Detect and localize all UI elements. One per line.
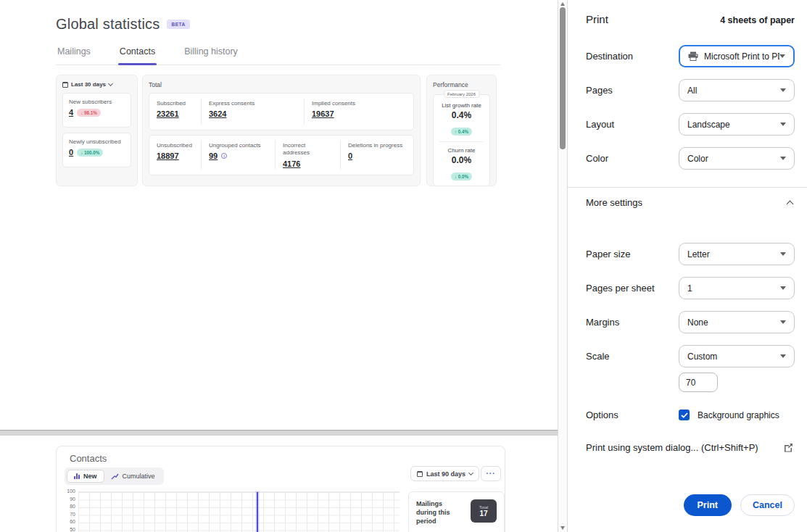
- stat-ungrouped-contacts: Ungrouped contacts 99 i: [201, 141, 275, 170]
- more-options-button[interactable]: ···: [481, 466, 501, 481]
- page-title: Global statistics: [56, 16, 160, 33]
- stat-value-link[interactable]: 0: [69, 148, 73, 157]
- stat-value-link[interactable]: 4: [69, 108, 73, 117]
- period-selector[interactable]: Last 30 days: [62, 81, 131, 88]
- sheet-count: 4 sheets of paper: [720, 15, 795, 25]
- bar-chart-icon: [74, 473, 80, 479]
- destination-label: Destination: [586, 51, 633, 62]
- print-preview-area: Global statistics BETA Mailings Contacts…: [0, 0, 558, 532]
- y-tick: 70: [57, 512, 75, 517]
- mailings-summary-card: Mailings during this period Total 17 Jan…: [408, 491, 505, 532]
- performance-panel-label: Performance: [433, 81, 490, 88]
- tab-mailings[interactable]: Mailings: [56, 46, 92, 65]
- cancel-button[interactable]: Cancel: [740, 494, 795, 516]
- list-growth-rate-value: 0.4%: [436, 110, 487, 120]
- performance-panel: Performance February 2026 List growth ra…: [426, 75, 497, 186]
- color-select[interactable]: Color: [679, 147, 795, 170]
- stat-value-link[interactable]: 0: [348, 151, 352, 160]
- info-icon[interactable]: i: [221, 153, 227, 159]
- layout-label: Layout: [586, 119, 614, 130]
- margins-select[interactable]: None: [679, 311, 795, 333]
- beta-badge: BETA: [167, 20, 189, 29]
- print-settings-panel: Print 4 sheets of paper Destination Micr…: [568, 0, 807, 532]
- pages-select[interactable]: All: [679, 79, 795, 101]
- y-tick: 100: [57, 489, 75, 494]
- pages-per-sheet-select[interactable]: 1: [679, 277, 795, 299]
- divider: [439, 141, 484, 142]
- destination-select[interactable]: Microsoft Print to PDF: [679, 45, 795, 67]
- dropdown-caret-icon: [780, 354, 786, 358]
- trend-badge: ↓ 0.0%: [451, 173, 472, 180]
- total-panel-label: Total: [149, 81, 414, 88]
- scroll-up-arrow-icon[interactable]: [560, 2, 565, 6]
- total-row-1: Subscribed 23261 Express consents 3624 I…: [149, 93, 414, 130]
- options-label: Options: [586, 410, 618, 420]
- stat-value-link[interactable]: 23261: [157, 109, 179, 118]
- stat-incorrect-addresses: Incorrect addresses 4176: [275, 141, 340, 170]
- dropdown-caret-icon: [780, 157, 786, 160]
- stat-subscribed: Subscribed 23261: [149, 99, 201, 125]
- divider: [568, 187, 807, 188]
- margins-label: Margins: [586, 317, 619, 328]
- y-tick: 90: [57, 496, 75, 502]
- total-row-2: Unsubscribed 18897 Ungrouped contacts 99…: [149, 135, 414, 175]
- total-chip: Total 17: [471, 499, 497, 523]
- stat-value-link[interactable]: 4176: [283, 159, 300, 168]
- pages-label: Pages: [586, 85, 613, 96]
- stat-value-link[interactable]: 99: [209, 151, 218, 160]
- stats-row: Last 30 days New subscribers 4 ↓ 96.1% N…: [56, 75, 497, 186]
- tab-contacts[interactable]: Contacts: [118, 46, 157, 65]
- stat-label: New subscribers: [69, 99, 125, 106]
- system-dialog-link[interactable]: Print using system dialog... (Ctrl+Shift…: [586, 442, 793, 453]
- scrollbar-thumb[interactable]: [560, 7, 566, 149]
- chevron-down-icon: [468, 470, 473, 475]
- open-in-new-icon: [784, 443, 793, 452]
- tab-billing-history[interactable]: Billing history: [183, 46, 239, 65]
- paper-size-select[interactable]: Letter: [679, 243, 795, 265]
- chart-title: Contacts: [70, 453, 107, 464]
- chart-grid: [78, 491, 400, 532]
- trend-badge: ↑ 0.4%: [451, 128, 472, 136]
- chart-cursor-line: [257, 492, 258, 532]
- chevron-down-icon: [108, 81, 113, 86]
- dropdown-caret-icon: [780, 252, 786, 256]
- stat-label: Newly unsubscribed: [69, 138, 125, 146]
- print-preview-window: Global statistics BETA Mailings Contacts…: [0, 0, 807, 532]
- y-tick: 50: [57, 527, 75, 532]
- performance-card: February 2026 List growth rate 0.4% ↑ 0.…: [433, 94, 490, 186]
- period-selector-90[interactable]: Last 90 days: [410, 466, 479, 481]
- scale-select[interactable]: Custom: [679, 345, 795, 367]
- layout-select[interactable]: Landscape: [679, 113, 795, 136]
- period-panel: Last 30 days New subscribers 4 ↓ 96.1% N…: [56, 75, 138, 186]
- trend-badge: ↓ 100.0%: [77, 149, 103, 157]
- stat-value-link[interactable]: 19637: [312, 109, 334, 118]
- toggle-cumulative[interactable]: Cumulative: [104, 470, 162, 482]
- calendar-icon: [417, 471, 423, 477]
- month-pill: February 2026: [444, 90, 479, 98]
- stat-unsubscribed: Unsubscribed 18897: [149, 141, 201, 170]
- scale-label: Scale: [586, 351, 610, 362]
- print-button[interactable]: Print: [684, 494, 732, 516]
- check-icon: [681, 412, 688, 418]
- toggle-new[interactable]: New: [67, 470, 104, 483]
- more-settings-toggle[interactable]: More settings: [586, 197, 792, 208]
- stat-deletions-in-progress: Deletions in progress 0: [340, 141, 413, 170]
- dropdown-caret-icon: [780, 320, 786, 324]
- stat-value-link[interactable]: 3624: [209, 109, 226, 118]
- stat-implied-consents: Implied consents 19637: [304, 99, 413, 125]
- period-selector-label: Last 30 days: [71, 81, 106, 88]
- stat-value-link[interactable]: 18897: [157, 151, 179, 160]
- preview-page-1: Global statistics BETA Mailings Contacts…: [0, 0, 558, 430]
- summary-title: Mailings during this period: [416, 499, 464, 525]
- stat-express-consents: Express consents 3624: [201, 99, 304, 125]
- background-graphics-checkbox[interactable]: [679, 410, 690, 420]
- scroll-down-arrow-icon[interactable]: [560, 526, 565, 530]
- trend-badge: ↓ 96.1%: [77, 109, 101, 117]
- page-separator: [0, 430, 558, 436]
- preview-scrollbar[interactable]: [558, 0, 568, 532]
- dropdown-caret-icon: [780, 88, 786, 92]
- preview-page-2: Contacts New Cumulative Last: [0, 436, 558, 532]
- color-label: Color: [586, 153, 608, 164]
- scale-custom-input[interactable]: [679, 373, 718, 392]
- chevron-up-icon: [787, 201, 794, 208]
